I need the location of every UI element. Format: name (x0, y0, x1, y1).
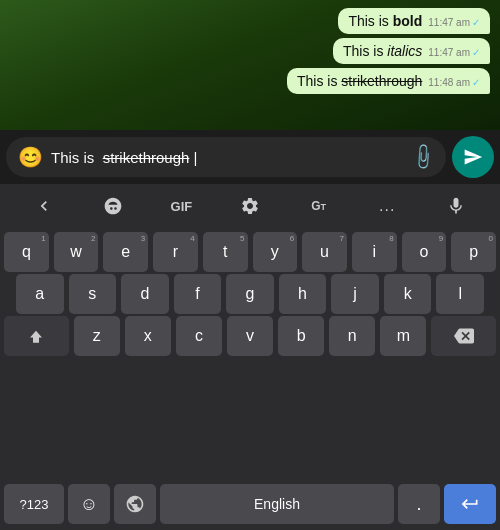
message-meta-1: 11:47 am ✓ (428, 17, 480, 28)
message-bubble-2: This is italics 11:47 am ✓ (333, 38, 490, 64)
language-label: English (254, 496, 300, 512)
message-check-1: ✓ (472, 17, 480, 28)
key-globe[interactable] (114, 484, 156, 524)
key-f[interactable]: f (174, 274, 222, 314)
key-w[interactable]: w2 (54, 232, 99, 272)
backspace-icon (454, 326, 474, 346)
key-u[interactable]: u7 (302, 232, 347, 272)
gif-label: GIF (171, 199, 193, 214)
input-bar: 😊 This is strikethrough | 📎 (0, 130, 500, 184)
message-text-3: This is strikethrough (297, 73, 422, 89)
keyboard-more-button[interactable]: ... (353, 197, 422, 215)
key-g[interactable]: g (226, 274, 274, 314)
globe-icon (125, 494, 145, 514)
shift-icon (27, 327, 45, 345)
key-emoji[interactable]: ☺ (68, 484, 110, 524)
period-label: . (416, 494, 421, 515)
message-text-1: This is bold (348, 13, 422, 29)
message-text-2: This is italics (343, 43, 422, 59)
keyboard-translate-button[interactable]: GT (284, 199, 353, 213)
message-bubble-1: This is bold 11:47 am ✓ (338, 8, 490, 34)
keyboard-emoji-button[interactable] (79, 196, 148, 216)
key-j[interactable]: j (331, 274, 379, 314)
key-t[interactable]: t5 (203, 232, 248, 272)
message-time-3: 11:48 am (428, 77, 470, 88)
key-o[interactable]: o9 (402, 232, 447, 272)
numeric-label: ?123 (20, 497, 49, 512)
key-h[interactable]: h (279, 274, 327, 314)
key-d[interactable]: d (121, 274, 169, 314)
keyboard-toolbar: GIF GT ... (0, 184, 500, 228)
key-b[interactable]: b (278, 316, 324, 356)
key-e[interactable]: e3 (103, 232, 148, 272)
key-i[interactable]: i8 (352, 232, 397, 272)
key-period[interactable]: . (398, 484, 440, 524)
message-meta-3: 11:48 am ✓ (428, 77, 480, 88)
emoji-icon[interactable]: 😊 (18, 145, 43, 169)
key-k[interactable]: k (384, 274, 432, 314)
key-m[interactable]: m (380, 316, 426, 356)
mic-icon (446, 196, 466, 216)
key-q[interactable]: q1 (4, 232, 49, 272)
send-icon (463, 147, 483, 167)
key-language[interactable]: English (160, 484, 394, 524)
keyboard-gif-button[interactable]: GIF (147, 199, 216, 214)
key-c[interactable]: c (176, 316, 222, 356)
message-time-2: 11:47 am (428, 47, 470, 58)
key-backspace[interactable] (431, 316, 496, 356)
input-container: 😊 This is strikethrough | 📎 (6, 137, 446, 177)
keyboard-bottom-bar: ?123 ☺ English . (0, 480, 500, 530)
key-l[interactable]: l (436, 274, 484, 314)
emoji-bottom-label: ☺ (80, 494, 98, 515)
send-button[interactable] (452, 136, 494, 178)
gear-icon (240, 196, 260, 216)
key-p[interactable]: p0 (451, 232, 496, 272)
message-bubble-3: This is strikethrough 11:48 am ✓ (287, 68, 490, 94)
key-x[interactable]: x (125, 316, 171, 356)
key-a[interactable]: a (16, 274, 64, 314)
key-r[interactable]: r4 (153, 232, 198, 272)
message-meta-2: 11:47 am ✓ (428, 47, 480, 58)
key-n[interactable]: n (329, 316, 375, 356)
attach-icon[interactable]: 📎 (407, 141, 438, 172)
keyboard-row-1: q1 w2 e3 r4 t5 y6 u7 i8 o9 p0 (2, 232, 498, 272)
key-s[interactable]: s (69, 274, 117, 314)
chevron-left-icon (34, 196, 54, 216)
message-time-1: 11:47 am (428, 17, 470, 28)
message-input[interactable]: This is strikethrough | (51, 149, 404, 166)
key-enter[interactable] (444, 484, 496, 524)
message-check-3: ✓ (472, 77, 480, 88)
keyboard: q1 w2 e3 r4 t5 y6 u7 i8 o9 p0 a s d f g … (0, 228, 500, 480)
key-v[interactable]: v (227, 316, 273, 356)
keyboard-row-3: z x c v b n m (2, 316, 498, 356)
key-y[interactable]: y6 (253, 232, 298, 272)
chat-area: This is bold 11:47 am ✓ This is italics … (0, 0, 500, 130)
more-label: ... (379, 197, 395, 215)
key-numeric[interactable]: ?123 (4, 484, 64, 524)
key-z[interactable]: z (74, 316, 120, 356)
keyboard-settings-button[interactable] (216, 196, 285, 216)
enter-icon (460, 494, 480, 514)
keyboard-row-2: a s d f g h j k l (2, 274, 498, 314)
keyboard-back-button[interactable] (10, 196, 79, 216)
keyboard-mic-button[interactable] (421, 196, 490, 216)
emoji-keyboard-icon (103, 196, 123, 216)
translate-label: GT (311, 199, 326, 213)
message-check-2: ✓ (472, 47, 480, 58)
key-shift[interactable] (4, 316, 69, 356)
